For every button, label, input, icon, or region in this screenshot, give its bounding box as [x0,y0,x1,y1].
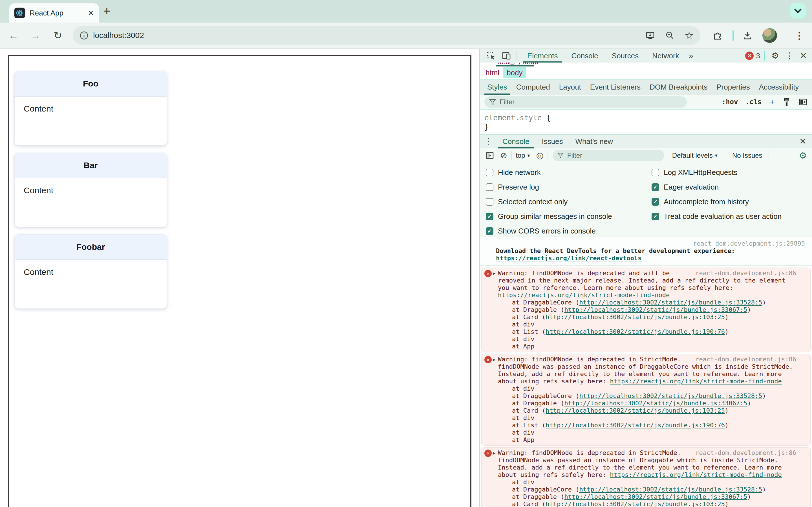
bundle-source-link[interactable]: http://localhost:3002/static/js/bundle.j… [564,493,747,500]
new-tab-button[interactable]: + [103,4,110,18]
bundle-source-link[interactable]: http://localhost:3002/static/js/bundle.j… [546,407,725,414]
checkbox-autocomplete-from-history[interactable]: ✓ [652,198,659,206]
bundle-source-link[interactable]: http://localhost:3002/static/js/bundle.j… [546,501,725,507]
console-sidebar-icon[interactable] [485,151,495,160]
selection-underline [496,65,534,66]
tab-dom-breakpoints[interactable]: DOM Breakpoints [645,80,712,95]
tab-properties[interactable]: Properties [712,80,755,95]
console-warning-message[interactable]: ✕▶react-dom.development.js:86Warning: fi… [481,354,811,446]
tab-elements[interactable]: Elements [520,49,564,62]
refs-help-link[interactable]: https://reactjs.org/link/strict-mode-fin… [498,291,670,298]
zoom-out-icon[interactable] [665,31,675,41]
checkbox-show-cors-errors-in-console[interactable]: ✓ [486,227,493,235]
checkbox-group-similar-messages-in-console[interactable]: ✓ [486,213,493,220]
live-expression-eye-icon[interactable]: ◎ [536,151,544,160]
source-location-link[interactable]: react-dom.development.js:29895 [693,240,805,247]
devtools-download-link[interactable]: https://reactjs.org/link/react-devtools [496,255,642,262]
error-badge-icon[interactable]: ✕ [745,52,754,60]
tab-network[interactable]: Network [645,49,686,62]
address-bar[interactable]: localhost:3002 ☆ [73,26,700,45]
bundle-source-link[interactable]: http://localhost:3002/static/js/bundle.j… [564,400,747,407]
expand-triangle-icon[interactable]: ▶ [493,270,496,277]
toggle-class-button[interactable]: .cls [746,98,762,106]
clear-console-icon[interactable]: ⊘ [500,151,507,160]
breadcrumb-html[interactable]: html [482,67,503,78]
back-button[interactable]: ← [8,31,18,41]
checkbox-hide-network[interactable] [486,169,493,176]
expand-ellipsis-icon[interactable] [509,62,515,65]
console-warning-message[interactable]: ✕▶react-dom.development.js:86Warning: fi… [481,447,811,507]
new-style-rule-icon[interactable]: + [769,97,775,107]
console-filter-input[interactable]: Filter [553,150,664,161]
chevron-down-icon [794,6,801,13]
console-info-message[interactable]: react-dom.development.js:29895 Download … [480,237,812,266]
sidebar-panel-icon[interactable] [799,98,808,107]
tab-search-button[interactable] [790,3,806,18]
drawer-tab-issues[interactable]: Issues [536,134,569,149]
checkbox-log-xmlhttprequests[interactable] [652,169,659,176]
forward-button[interactable]: → [31,31,41,41]
bundle-source-link[interactable]: http://localhost:3002/static/js/bundle.j… [546,421,725,429]
checkbox-preserve-log[interactable] [486,183,493,191]
tab-styles[interactable]: Styles [483,80,512,95]
more-tabs-icon[interactable]: » [686,49,696,62]
toggle-hover-state-button[interactable]: :hov [722,98,738,106]
refs-help-link[interactable]: https://reactjs.org/link/strict-mode-fin… [610,471,781,478]
drawer-tab-what-s-new[interactable]: What's new [569,134,619,149]
console-settings-gear-icon[interactable]: ⚙ [799,150,807,161]
bookmark-star-icon[interactable]: ☆ [684,30,694,41]
source-location-link[interactable]: react-dom.development.js:86 [695,356,796,363]
browser-menu-icon[interactable]: ⋮ [795,30,804,41]
source-location-link[interactable]: react-dom.development.js:86 [695,449,796,457]
tab-sources[interactable]: Sources [605,49,645,62]
bundle-source-link[interactable]: http://localhost:3002/static/js/bundle.j… [546,328,725,335]
rendering-brush-icon[interactable] [782,98,791,107]
devtools-settings-gear-icon[interactable]: ⚙ [771,52,779,60]
downloads-icon[interactable] [742,30,753,41]
bundle-source-link[interactable]: http://localhost:3002/static/js/bundle.j… [546,314,725,321]
error-count[interactable]: 3 [756,52,760,60]
expand-triangle-icon[interactable]: ▶ [493,450,496,457]
card-foo[interactable]: FooContent [14,71,167,145]
drawer-tab-console[interactable]: Console [496,134,536,149]
tab-layout[interactable]: Layout [555,80,586,95]
element-style-block[interactable]: element.style { } [480,110,812,134]
url-text[interactable]: localhost:3002 [93,31,144,40]
inspect-element-icon[interactable] [486,50,497,61]
checkbox-treat-code-evaluation-as-user-action[interactable]: ✓ [652,213,659,220]
tab-computed[interactable]: Computed [512,80,555,95]
dom-tree-clipped-row[interactable]: head /head [480,62,812,66]
log-levels-dropdown[interactable]: Default levels [672,152,713,159]
site-info-icon[interactable] [80,31,89,40]
tab-console[interactable]: Console [564,49,605,62]
breadcrumb-body[interactable]: body [503,67,526,78]
checkbox-eager-evaluation[interactable]: ✓ [652,183,659,191]
console-warning-message[interactable]: ✕▶react-dom.development.js:86Warning: fi… [481,268,811,352]
styles-filter-input[interactable]: Filter [485,96,687,108]
devtools-menu-icon[interactable]: ⋮ [785,52,794,60]
card-bar[interactable]: BarContent [14,153,167,227]
expand-triangle-icon[interactable]: ▶ [493,356,496,363]
source-location-link[interactable]: react-dom.development.js:86 [695,270,796,277]
reload-button[interactable]: ↻ [54,30,62,41]
tab-accessibility[interactable]: Accessibility [755,80,804,95]
devtools-close-icon[interactable]: ✕ [800,52,807,60]
checkbox-selected-context-only[interactable] [486,198,493,206]
drawer-menu-icon[interactable]: ⋮ [485,137,492,145]
tab-close-icon[interactable]: ✕ [85,9,94,17]
tab-event-listeners[interactable]: Event Listeners [586,80,645,95]
bundle-source-link[interactable]: http://localhost:3002/static/js/bundle.j… [579,486,762,493]
card-foobar[interactable]: FoobarContent [14,234,167,309]
bundle-source-link[interactable]: http://localhost:3002/static/js/bundle.j… [579,392,762,399]
device-toolbar-icon[interactable] [501,50,512,61]
extensions-puzzle-icon[interactable] [712,30,723,41]
issues-counter[interactable]: No Issues [732,152,762,159]
browser-tab[interactable]: React App ✕ [9,3,99,22]
install-app-icon[interactable] [645,31,655,41]
bundle-source-link[interactable]: http://localhost:3002/static/js/bundle.j… [579,299,762,306]
profile-avatar[interactable] [762,28,777,43]
drawer-close-icon[interactable]: ✕ [799,137,812,146]
bundle-source-link[interactable]: http://localhost:3002/static/js/bundle.j… [564,306,747,313]
refs-help-link[interactable]: https://reactjs.org/link/strict-mode-fin… [610,378,781,385]
context-selector[interactable]: top [516,152,525,159]
